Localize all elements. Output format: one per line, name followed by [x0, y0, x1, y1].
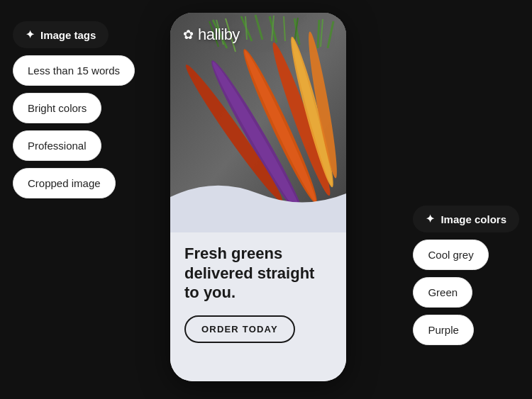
sparkle-icon: ✦ — [26, 28, 35, 41]
tag-professional[interactable]: Professional — [13, 130, 101, 161]
image-tags-header: ✦ Image tags — [13, 21, 109, 48]
color-purple[interactable]: Purple — [413, 315, 473, 345]
tag-cropped-image[interactable]: Cropped image — [13, 168, 116, 198]
left-panel: ✦ Image tags Less than 15 words Bright c… — [13, 21, 135, 198]
tag-bright-colors[interactable]: Bright colors — [13, 93, 101, 123]
phone-bottom: Fresh greens delivered straight to you. … — [170, 232, 346, 381]
brand-icon: ✿ — [183, 27, 194, 43]
color-green[interactable]: Green — [413, 277, 472, 308]
right-panel: ✦ Image colors Cool grey Green Purple — [413, 206, 519, 345]
logo-area: ✿ halliby — [183, 26, 240, 44]
phone-image-area: ✿ halliby — [170, 13, 346, 232]
phone-tagline: Fresh greens delivered straight to you. — [184, 244, 332, 303]
image-colors-header: ✦ Image colors — [413, 206, 519, 232]
carrots-illustration — [170, 13, 346, 232]
tag-less-than-15-words[interactable]: Less than 15 words — [13, 55, 135, 86]
svg-line-11 — [318, 20, 319, 48]
color-cool-grey[interactable]: Cool grey — [413, 240, 488, 270]
image-tags-label: Image tags — [40, 29, 96, 41]
brand-name: halliby — [198, 26, 240, 44]
image-colors-label: Image colors — [440, 213, 506, 225]
order-today-button[interactable]: ORDER TODAY — [184, 315, 295, 343]
sparkle-icon-colors: ✦ — [426, 213, 435, 225]
phone-card: ✿ halliby Fresh greens delivered straigh… — [170, 13, 346, 381]
